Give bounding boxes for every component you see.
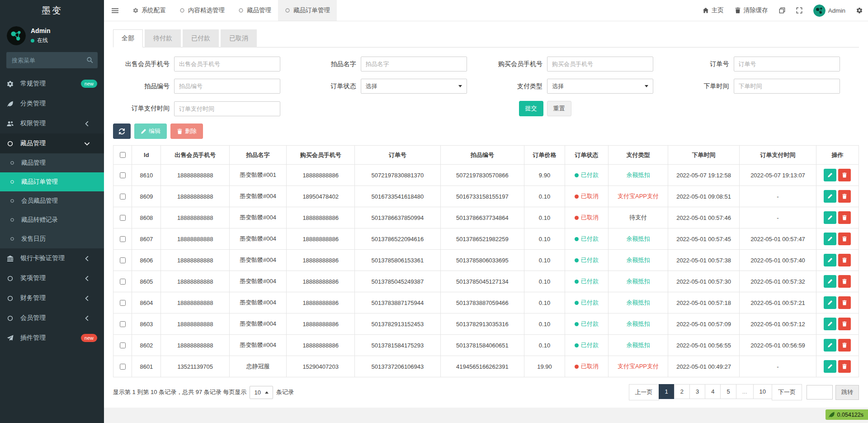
sidebar-toggle-button[interactable] [104,0,126,21]
sidebar-item[interactable]: 插件管理new [0,328,104,348]
topbar-tab[interactable]: 系统配置 [126,0,173,21]
status-tab[interactable]: 待付款 [145,29,181,48]
row-delete-button[interactable] [838,360,851,373]
sidebar-subitem[interactable]: 藏品订单管理 [0,172,104,191]
pay-type-link[interactable]: 余额抵扣 [626,235,650,242]
sidebar-subitem[interactable]: 发售日历 [0,229,104,248]
page-number-button[interactable]: 4 [705,384,721,399]
row-delete-button[interactable] [838,190,851,203]
row-delete-button[interactable] [838,211,851,224]
row-edit-button[interactable] [824,169,836,181]
home-button[interactable]: 主页 [697,0,729,21]
settings-button[interactable] [851,0,868,21]
pay-type-link[interactable]: 余额抵扣 [626,278,650,285]
search-icon[interactable] [86,57,93,63]
row-checkbox[interactable] [120,194,126,200]
row-checkbox[interactable] [120,257,126,263]
column-header[interactable]: 订单支付时间 [740,146,816,165]
column-header[interactable]: 下单时间 [668,146,739,165]
page-size-select[interactable]: 10 [250,386,273,399]
pay-type-link[interactable]: 支付宝APP支付 [618,193,659,200]
row-checkbox[interactable] [120,321,126,327]
user-menu[interactable]: Admin [808,0,851,21]
column-header[interactable]: 拍品编号 [440,146,524,165]
column-header[interactable]: 订单价格 [524,146,565,165]
next-page-button[interactable]: 下一页 [772,384,802,400]
sidebar-item[interactable]: 常规管理new [0,74,104,94]
row-checkbox[interactable] [120,364,126,370]
row-checkbox[interactable] [120,172,126,178]
topbar-tab[interactable]: 藏品管理 [231,0,278,21]
row-delete-button[interactable] [838,254,851,266]
row-delete-button[interactable] [838,296,851,309]
filter-input[interactable] [734,57,840,71]
sidebar-item[interactable]: 财务管理 [0,288,104,308]
row-edit-button[interactable] [824,211,836,224]
column-header[interactable]: 拍品名字 [229,146,286,165]
sidebar-item[interactable]: 分类管理 [0,94,104,114]
column-header[interactable]: 支付类型 [609,146,668,165]
filter-input[interactable] [174,79,280,94]
row-checkbox[interactable] [120,342,126,348]
page-number-button[interactable]: 2 [674,384,690,399]
row-delete-button[interactable] [838,275,851,288]
row-delete-button[interactable] [838,339,851,352]
pay-type-link[interactable]: 余额抵扣 [626,299,650,306]
sidebar-item[interactable]: 银行卡验证管理 [0,248,104,268]
row-checkbox[interactable] [120,300,126,306]
row-checkbox[interactable] [120,279,126,285]
sidebar-item[interactable]: 会员管理 [0,308,104,328]
row-edit-button[interactable] [824,233,836,245]
topbar-tab[interactable]: 藏品订单管理 [278,0,337,21]
filter-select[interactable]: 选择 [361,79,467,94]
page-number-button[interactable]: 3 [689,384,705,399]
row-delete-button[interactable] [838,169,851,181]
column-header[interactable]: 购买会员手机号 [286,146,354,165]
filter-input[interactable] [361,57,467,71]
row-edit-button[interactable] [824,318,836,330]
column-header[interactable]: 出售会员手机号 [161,146,229,165]
fullscreen-button[interactable] [791,0,808,21]
menu-search-input[interactable] [6,52,98,68]
status-tab[interactable]: 已取消 [221,29,257,48]
delete-button[interactable]: 删除 [170,124,203,139]
window-button[interactable] [774,0,791,21]
pay-type-link[interactable]: 余额抵扣 [626,257,650,263]
column-header[interactable]: Id [132,146,161,165]
column-header[interactable]: 操作 [816,146,859,165]
page-jump-button[interactable]: 跳转 [835,385,859,400]
row-checkbox[interactable] [120,236,126,242]
page-number-button[interactable]: 1 [659,384,675,399]
filter-input[interactable] [174,101,280,116]
sidebar-subitem[interactable]: 藏品管理 [0,153,104,172]
prev-page-button[interactable]: 上一页 [629,384,659,400]
sidebar-item[interactable]: 藏品管理 [0,133,104,153]
pay-type-link[interactable]: 余额抵扣 [626,342,650,348]
filter-input[interactable] [174,57,280,71]
pay-type-link[interactable]: 待支付 [629,214,647,221]
row-edit-button[interactable] [824,190,836,203]
row-edit-button[interactable] [824,254,836,266]
column-header[interactable]: 订单号 [355,146,440,165]
row-edit-button[interactable] [824,360,836,373]
topbar-tab[interactable]: 内容精选管理 [173,0,231,21]
column-header[interactable]: 订单状态 [565,146,608,165]
clear-cache-button[interactable]: 清除缓存 [729,0,774,21]
page-jump-input[interactable] [807,385,833,399]
reset-button[interactable]: 重置 [547,101,571,116]
status-tab[interactable]: 全部 [113,29,143,48]
row-edit-button[interactable] [824,339,836,352]
sidebar-subitem[interactable]: 藏品转赠记录 [0,210,104,229]
filter-input[interactable] [547,57,653,71]
submit-button[interactable]: 提交 [519,101,543,116]
refresh-button[interactable] [113,124,131,139]
pay-type-link[interactable]: 支付宝APP支付 [618,363,659,370]
page-number-button[interactable]: 5 [720,384,736,399]
filter-select[interactable]: 选择 [547,79,653,94]
sidebar-item[interactable]: 权限管理 [0,114,104,133]
sidebar-subitem[interactable]: 会员藏品管理 [0,191,104,210]
sidebar-item[interactable]: 奖项管理 [0,268,104,288]
row-checkbox[interactable] [120,215,126,221]
status-tab[interactable]: 已付款 [183,29,219,48]
row-edit-button[interactable] [824,275,836,288]
